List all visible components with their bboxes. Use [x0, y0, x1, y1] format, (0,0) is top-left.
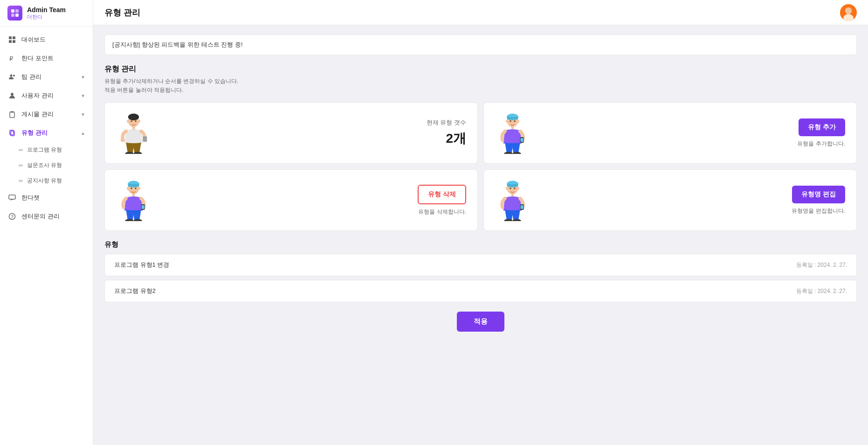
sidebar-subitem-survey-type[interactable]: ✏ 설문조사 유형 [0, 158, 93, 173]
card-figure-2 [495, 112, 537, 154]
sidebar-subitem-notice-type[interactable]: ✏ 공지사항 유형 [0, 173, 93, 188]
svg-rect-44 [511, 127, 514, 129]
topbar: 유형 관리 [93, 0, 868, 25]
count-card: 현재 유형 갯수 2개 [104, 102, 478, 164]
user-icon [7, 91, 17, 100]
subitem-label: 설문조사 유형 [27, 161, 62, 169]
svg-rect-32 [132, 127, 135, 129]
svg-rect-6 [9, 40, 12, 43]
sidebar-item-label: 게시물 관리 [21, 110, 54, 118]
svg-point-27 [128, 114, 139, 120]
sidebar-item-label: 사용자 관리 [21, 91, 54, 100]
sidebar-item-label: 대쉬보드 [21, 35, 46, 44]
delete-type-button[interactable]: 유형 삭제 [418, 185, 466, 204]
team-info: Admin Team 더한다 [27, 6, 66, 21]
sidebar-item-label: 한다챗 [21, 194, 40, 202]
section-header: 유형 관리 유형을 추가/삭제하거나 순서를 변경하실 수 있습니다. 적용 버… [104, 64, 857, 95]
clipboard-icon [7, 110, 17, 119]
subitem-label: 프로그램 유형 [27, 146, 62, 154]
card-count-value: 2개 [427, 130, 466, 147]
sidebar-item-label: 한다 포인트 [21, 54, 54, 63]
type-row-date: 등록일 : 2024. 2. 27. [796, 287, 847, 295]
svg-point-11 [11, 93, 14, 96]
card-count-label: 현재 유형 갯수 [427, 118, 466, 127]
sidebar-item-dashboard[interactable]: 대쉬보드 [0, 30, 93, 49]
svg-point-10 [13, 75, 15, 76]
svg-rect-34 [143, 137, 147, 142]
svg-rect-4 [9, 36, 12, 39]
chevron-down-icon: ▼ [81, 112, 85, 117]
svg-point-53 [138, 187, 140, 190]
sidebar-item-label: 팀 관리 [21, 73, 41, 81]
section-desc: 유형을 추가/삭제하거나 순서를 변경하실 수 있습니다. 적용 버튼을 눌러야… [104, 77, 857, 95]
pencil-icon: ✏ [19, 147, 23, 153]
add-type-button[interactable]: 유형 추가 [799, 118, 845, 136]
copy-icon [7, 128, 17, 138]
apply-row: 적용 [104, 312, 857, 332]
svg-point-66 [510, 188, 511, 189]
svg-point-42 [510, 120, 511, 122]
svg-rect-68 [511, 194, 514, 196]
types-section-title: 유형 [104, 240, 857, 249]
sidebar-item-user-mgmt[interactable]: 사용자 관리 ▼ [0, 86, 93, 105]
svg-rect-3 [15, 14, 19, 17]
svg-point-52 [127, 187, 129, 190]
edit-type-button[interactable]: 유형명 편집 [792, 186, 845, 203]
pencil-icon: ✏ [19, 162, 23, 169]
svg-point-28 [127, 120, 129, 123]
help-icon: ? [7, 212, 17, 221]
apply-button[interactable]: 적용 [457, 312, 504, 332]
svg-text:?: ? [11, 214, 14, 219]
pencil-icon: ✏ [19, 178, 23, 184]
svg-point-9 [10, 75, 13, 77]
cards-grid: 현재 유형 갯수 2개 [104, 102, 857, 231]
svg-point-65 [517, 187, 519, 190]
svg-rect-1 [15, 9, 19, 13]
team-subtitle: 더한다 [27, 14, 66, 21]
svg-rect-5 [13, 36, 15, 39]
content-area: [공지사항] 향상된 피드백을 위한 테스트 진행 중! 유형 관리 유형을 추… [93, 25, 868, 445]
main-content: 유형 관리 [공지사항] 향상된 피드백을 위한 테스트 진행 중! 유형 관리… [93, 0, 868, 445]
svg-point-43 [514, 120, 516, 122]
svg-point-55 [135, 188, 137, 189]
notice-text: [공지사항] 향상된 피드백을 위한 테스트 진행 중! [112, 41, 243, 48]
card-figure-1 [116, 112, 158, 154]
svg-point-40 [506, 120, 508, 123]
type-row-2: 프로그램 유형2 등록일 : 2024. 2. 27. [104, 280, 857, 302]
point-icon: ₽ [7, 54, 17, 63]
svg-rect-56 [132, 194, 135, 196]
edit-type-card: 유형명 편집 유형명을 편집합니다. [483, 169, 857, 231]
edit-type-sublabel: 유형명을 편집합니다. [792, 207, 845, 215]
card-add-action: 유형 추가 유형을 추가합니다. [797, 118, 845, 148]
sidebar-item-handa-chat[interactable]: 한다챗 [0, 188, 93, 207]
svg-rect-13 [11, 111, 14, 113]
type-row-name: 프로그램 유형1 변경 [114, 261, 169, 269]
svg-rect-7 [13, 40, 15, 43]
sidebar-item-team-mgmt[interactable]: 팀 관리 ▼ [0, 68, 93, 86]
card-figure-4 [495, 179, 537, 221]
page-title: 유형 관리 [104, 7, 140, 18]
user-avatar[interactable] [840, 4, 857, 21]
sidebar-item-type-mgmt[interactable]: 유형 관리 ▲ [0, 124, 93, 142]
sidebar-item-board-mgmt[interactable]: 게시물 관리 ▼ [0, 105, 93, 124]
sidebar-subitem-program-type[interactable]: ✏ 프로그램 유형 [0, 142, 93, 158]
sidebar: Admin Team 더한다 대쉬보드 ₽ 한다 포 [0, 0, 93, 445]
card-count-content: 현재 유형 갯수 2개 [427, 118, 466, 147]
svg-rect-58 [142, 205, 145, 209]
type-row-name: 프로그램 유형2 [114, 287, 156, 295]
section-title: 유형 관리 [104, 64, 857, 74]
svg-point-30 [131, 120, 132, 122]
sidebar-item-label: 유형 관리 [21, 129, 48, 137]
svg-point-41 [517, 120, 519, 123]
card-figure-3 [116, 179, 158, 221]
type-row-date: 등록일 : 2024. 2. 27. [796, 261, 847, 269]
svg-rect-0 [11, 9, 14, 13]
sidebar-item-label: 센터문의 관리 [21, 212, 60, 221]
svg-rect-46 [521, 138, 524, 142]
type-row-1: 프로그램 유형1 변경 등록일 : 2024. 2. 27. [104, 254, 857, 276]
svg-point-33 [121, 138, 125, 142]
types-section: 유형 프로그램 유형1 변경 등록일 : 2024. 2. 27. 프로그램 유… [104, 240, 857, 302]
sidebar-item-handa-point[interactable]: ₽ 한다 포인트 [0, 49, 93, 68]
chevron-down-icon: ▼ [81, 75, 85, 80]
sidebar-item-center-mgmt[interactable]: ? 센터문의 관리 [0, 207, 93, 226]
